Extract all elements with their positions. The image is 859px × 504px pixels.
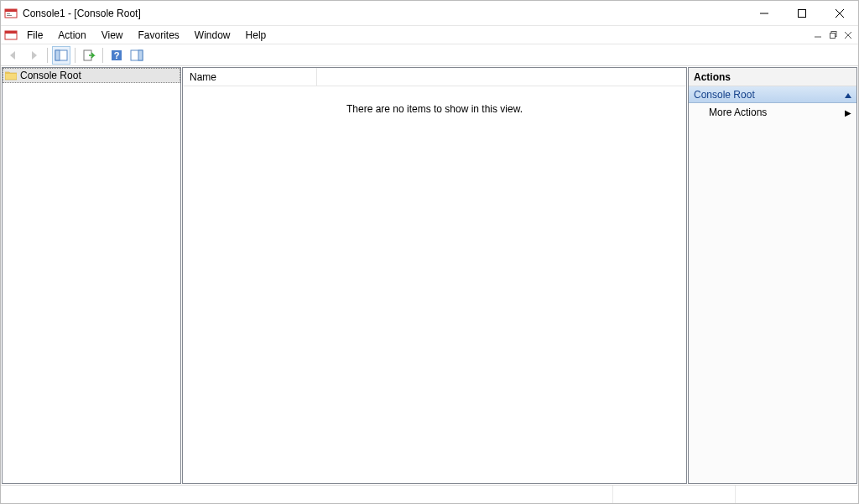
menu-favorites[interactable]: Favorites: [131, 26, 187, 44]
mdi-controls: [811, 26, 858, 44]
actions-section-header[interactable]: Console Root: [689, 86, 856, 103]
minimize-button[interactable]: [745, 1, 783, 25]
window-controls: [745, 1, 858, 25]
menu-action[interactable]: Action: [50, 26, 93, 44]
mdi-minimize-button[interactable]: [811, 29, 825, 42]
menu-help[interactable]: Help: [238, 26, 274, 44]
submenu-arrow-icon: ▶: [845, 108, 851, 117]
list-header: Name: [183, 68, 686, 86]
workspace: Console Root Name There are no items to …: [1, 66, 858, 485]
show-hide-tree-button[interactable]: [52, 46, 70, 65]
mdi-app-icon[interactable]: [3, 26, 19, 44]
forward-button[interactable]: [24, 46, 43, 65]
folder-icon: [5, 70, 17, 81]
menu-file[interactable]: File: [19, 26, 50, 44]
svg-text:?: ?: [114, 50, 120, 60]
help-button[interactable]: ?: [107, 46, 126, 65]
status-cell: [1, 486, 612, 503]
close-button[interactable]: [820, 1, 858, 25]
collapse-icon: [845, 89, 851, 101]
svg-rect-3: [7, 15, 12, 16]
svg-rect-9: [5, 31, 17, 34]
list-column-name[interactable]: Name: [183, 68, 317, 86]
toolbar-separator: [102, 48, 103, 63]
maximize-button[interactable]: [783, 1, 820, 25]
actions-pane-title: Actions: [689, 68, 856, 86]
show-hide-action-pane-button[interactable]: [128, 46, 146, 65]
actions-link-label: More Actions: [709, 107, 767, 118]
tree-pane[interactable]: Console Root: [2, 67, 181, 484]
tree-item-label: Console Root: [20, 70, 81, 81]
svg-rect-5: [798, 9, 805, 17]
status-bar: [1, 485, 858, 503]
menu-row: File Action View Favorites Window Help: [1, 26, 858, 44]
status-cell: [612, 486, 736, 503]
toolbar-separator: [75, 48, 75, 63]
toolbar-separator: [47, 48, 48, 63]
svg-rect-16: [55, 50, 60, 60]
svg-rect-12: [830, 34, 835, 39]
title-bar: Console1 - [Console Root]: [1, 1, 858, 26]
app-icon: [4, 7, 18, 20]
menu-bar: File Action View Favorites Window Help: [19, 26, 811, 44]
mdi-close-button[interactable]: [841, 29, 855, 42]
tree-item-console-root[interactable]: Console Root: [3, 68, 180, 83]
list-pane[interactable]: Name There are no items to show in this …: [182, 67, 687, 484]
actions-section-label: Console Root: [694, 89, 755, 101]
back-button[interactable]: [4, 46, 23, 65]
svg-rect-1: [5, 9, 17, 12]
actions-more-actions[interactable]: More Actions ▶: [689, 103, 856, 122]
svg-rect-2: [7, 13, 10, 14]
export-list-button[interactable]: [80, 46, 98, 65]
actions-pane: Actions Console Root More Actions ▶: [688, 67, 857, 484]
mdi-restore-button[interactable]: [826, 29, 840, 42]
empty-list-message: There are no items to show in this view.: [183, 103, 686, 115]
menu-window[interactable]: Window: [187, 26, 238, 44]
window-title: Console1 - [Console Root]: [23, 8, 745, 19]
menu-view[interactable]: View: [94, 26, 131, 44]
status-cell: [735, 486, 858, 503]
svg-rect-21: [138, 50, 143, 60]
toolbar: ?: [1, 44, 858, 66]
